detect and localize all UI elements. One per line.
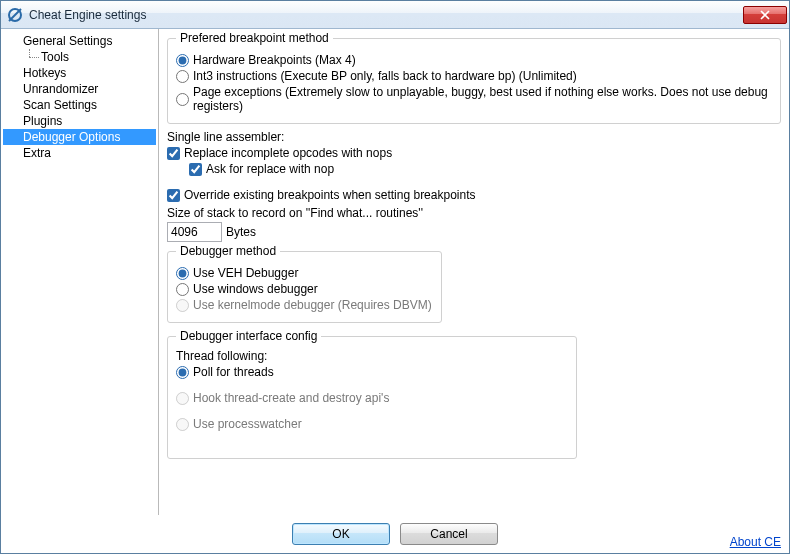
debugger-method-group: Debugger method Use VEH Debugger Use win… <box>167 244 442 323</box>
replace-nops-label[interactable]: Replace incomplete opcodes with nops <box>184 146 392 160</box>
override-breakpoints-label[interactable]: Override existing breakpoints when setti… <box>184 188 476 202</box>
tree-label: Unrandomizer <box>23 82 98 96</box>
tree-item-unrandomizer[interactable]: Unrandomizer <box>3 81 156 97</box>
tree-label: Debugger Options <box>23 130 120 144</box>
cancel-button[interactable]: Cancel <box>400 523 498 545</box>
dialog-footer: OK Cancel About CE <box>1 515 789 553</box>
int3-label[interactable]: Int3 instructions (Execute BP only, fall… <box>193 69 577 83</box>
windows-debugger-label[interactable]: Use windows debugger <box>193 282 318 296</box>
veh-debugger-radio[interactable] <box>176 267 189 280</box>
stack-size-input[interactable] <box>167 222 222 242</box>
client-area: General Settings Tools Hotkeys Unrandomi… <box>1 29 789 515</box>
tree-item-general[interactable]: General Settings <box>3 33 156 49</box>
tree-label: General Settings <box>23 34 112 48</box>
debugger-interface-legend: Debugger interface config <box>176 329 321 343</box>
tree-label: Plugins <box>23 114 62 128</box>
ok-button[interactable]: OK <box>292 523 390 545</box>
close-button[interactable] <box>743 6 787 24</box>
tree-item-tools[interactable]: Tools <box>3 49 156 65</box>
app-icon <box>7 7 23 23</box>
tree-label: Extra <box>23 146 51 160</box>
kernelmode-debugger-label: Use kernelmode debugger (Requires DBVM) <box>193 298 432 312</box>
tree-item-plugins[interactable]: Plugins <box>3 113 156 129</box>
assembler-label: Single line assembler: <box>167 130 781 144</box>
ask-replace-checkbox[interactable] <box>189 163 202 176</box>
thread-following-label: Thread following: <box>176 349 568 363</box>
breakpoint-method-group: Prefered breakpoint method Hardware Brea… <box>167 31 781 124</box>
window-title: Cheat Engine settings <box>29 8 743 22</box>
category-tree: General Settings Tools Hotkeys Unrandomi… <box>1 29 159 515</box>
hook-thread-label: Hook thread-create and destroy api's <box>193 391 389 405</box>
windows-debugger-radio[interactable] <box>176 283 189 296</box>
hardware-breakpoints-radio[interactable] <box>176 54 189 67</box>
replace-nops-checkbox[interactable] <box>167 147 180 160</box>
page-exceptions-radio[interactable] <box>176 93 189 106</box>
breakpoint-method-legend: Prefered breakpoint method <box>176 31 333 45</box>
page-exceptions-label[interactable]: Page exceptions (Extremely slow to unpla… <box>193 85 772 113</box>
poll-threads-label[interactable]: Poll for threads <box>193 365 274 379</box>
processwatcher-radio <box>176 418 189 431</box>
kernelmode-debugger-radio <box>176 299 189 312</box>
veh-debugger-label[interactable]: Use VEH Debugger <box>193 266 298 280</box>
settings-window: Cheat Engine settings General Settings T… <box>0 0 790 554</box>
tree-label: Hotkeys <box>23 66 66 80</box>
int3-radio[interactable] <box>176 70 189 83</box>
hook-thread-radio <box>176 392 189 405</box>
poll-threads-radio[interactable] <box>176 366 189 379</box>
settings-panel: Prefered breakpoint method Hardware Brea… <box>159 29 789 515</box>
tree-label: Tools <box>41 50 69 64</box>
stack-size-label: Size of stack to record on ''Find what..… <box>167 206 781 220</box>
tree-item-scan-settings[interactable]: Scan Settings <box>3 97 156 113</box>
debugger-interface-group: Debugger interface config Thread followi… <box>167 329 577 459</box>
tree-item-debugger-options[interactable]: Debugger Options <box>3 129 156 145</box>
tree-item-hotkeys[interactable]: Hotkeys <box>3 65 156 81</box>
tree-label: Scan Settings <box>23 98 97 112</box>
stack-size-unit: Bytes <box>226 225 256 239</box>
titlebar[interactable]: Cheat Engine settings <box>1 1 789 29</box>
ask-replace-label[interactable]: Ask for replace with nop <box>206 162 334 176</box>
processwatcher-label: Use processwatcher <box>193 417 302 431</box>
debugger-method-legend: Debugger method <box>176 244 280 258</box>
about-link[interactable]: About CE <box>730 535 781 549</box>
hardware-breakpoints-label[interactable]: Hardware Breakpoints (Max 4) <box>193 53 356 67</box>
tree-item-extra[interactable]: Extra <box>3 145 156 161</box>
override-breakpoints-checkbox[interactable] <box>167 189 180 202</box>
